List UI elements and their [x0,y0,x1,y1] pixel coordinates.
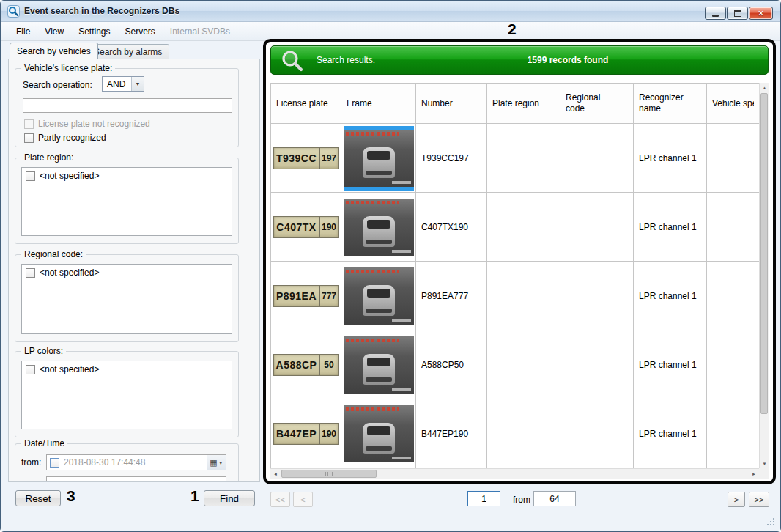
checkbox-row-not-recognized: License plate not recognized [24,119,150,129]
group-datetime: Date/Time from: 2018-08-30 17:44:48 ▦ ▼ [15,443,239,482]
caption-buttons: ✕ [705,7,773,20]
minimize-button[interactable] [705,7,726,20]
recognizer-name-cell: LPR channel 1 [634,193,707,262]
column-header-plate-region[interactable]: Plate region [487,84,560,124]
column-header-license-plate[interactable]: License plate [271,84,341,124]
column-header-frame[interactable]: Frame [341,84,416,124]
plate-region-item-label: <not specified> [40,171,99,181]
list-item[interactable]: <not specified> [22,361,232,377]
table-row[interactable]: P891EA777P891EA777LPR channel 1 [270,262,769,330]
recognizer-name-cell: LPR channel 1 [634,330,707,399]
vehicle-speed-cell [707,262,760,330]
number-cell: T939CC197 [416,124,487,193]
find-button[interactable]: Find [204,490,255,506]
plate-region-cell [487,262,560,330]
table-row[interactable]: A588CP50A588CP50LPR channel 1 [270,330,769,399]
date-from-checkbox[interactable] [50,458,59,468]
lp-colors-item-checkbox[interactable] [26,365,35,374]
recognizer-name-cell: LPR channel 1 [634,124,707,193]
not-recognized-checkbox [24,119,34,129]
app-window: Event search in the Recognizers DBs ✕ Fi… [0,0,781,532]
tab-search-by-alarms[interactable]: Search by alarms [86,44,169,59]
regional-code-item-checkbox[interactable] [26,268,35,278]
annotation-marker-1: 1 [190,487,199,505]
regional-code-cell [560,262,634,330]
column-header-number[interactable]: Number [416,84,487,124]
number-cell-text: A588CP50 [416,360,464,370]
recognizer-name-cell: LPR channel 1 [634,399,707,468]
table-row[interactable]: C407TX190C407TX190LPR channel 1 [270,193,769,262]
scrollbar-corner [759,468,769,479]
horizontal-scrollbar[interactable]: ◄ ► [270,468,759,479]
pagination-last-button[interactable]: >> [749,492,769,507]
license-plate-cell: B447EP190 [271,399,341,468]
license-plate-image: B447EP190 [273,423,339,445]
close-icon: ✕ [758,10,764,18]
date-from-control[interactable]: 2018-08-30 17:44:48 ▦ ▼ [46,454,226,470]
frame-cell [341,124,416,193]
partly-recognized-checkbox[interactable] [24,133,34,143]
horizontal-scrollbar-thumb[interactable] [281,470,377,478]
column-header-regional-code[interactable]: Regional code [560,84,634,124]
table-row[interactable]: B447EP190B447EP190LPR channel 1 [270,399,769,468]
pagination-first-button[interactable]: << [270,492,290,507]
number-cell-text: T939CC197 [416,153,469,163]
results-panel: Search results. 1599 records found Licen… [263,39,776,484]
pagination-next-button[interactable]: > [728,492,745,507]
frame-cell [341,262,416,330]
records-found-badge: 1599 records found [469,46,667,74]
tab-search-by-vehicles[interactable]: Search by vehicles [10,43,98,59]
vehicle-icon [363,216,395,247]
window-title: Event search in the Recognizers DBs [24,1,179,22]
not-recognized-label: License plate not recognized [38,119,150,129]
number-cell-text: P891EA777 [416,291,468,301]
regional-code-cell [560,124,634,193]
camera-frame-image [344,130,414,187]
regional-code-list[interactable]: <not specified> [21,264,232,334]
date-from-calendar-button[interactable]: ▦ ▼ [207,455,226,470]
scroll-down-icon[interactable]: ▼ [760,459,769,468]
license-plate-image: T939CC197 [273,147,339,169]
frame-thumbnail [344,126,414,191]
scroll-left-icon[interactable]: ◄ [270,470,281,479]
page-number-input[interactable] [467,491,500,506]
column-header-label: Regional code [566,92,614,114]
pagination-from-label: from [513,495,530,505]
titlebar: Event search in the Recognizers DBs ✕ [1,1,780,22]
scroll-up-icon[interactable]: ▲ [760,83,769,92]
menu-item-file[interactable]: File [9,22,37,40]
search-icon [280,48,305,73]
scroll-right-icon[interactable]: ► [749,470,759,479]
license-plate-input[interactable] [23,98,232,113]
close-button[interactable]: ✕ [749,7,773,20]
plate-region-list[interactable]: <not specified> [21,167,232,236]
pagination-prev-button[interactable]: < [293,492,313,507]
column-header-label: Frame [347,98,372,108]
menu-item-settings[interactable]: Settings [71,22,117,40]
resize-grip[interactable] [767,518,776,527]
maximize-button[interactable] [727,7,748,20]
vertical-scrollbar[interactable]: ▲ ▼ [759,83,769,468]
annotation-marker-3: 3 [67,487,75,505]
vehicle-icon [363,285,395,316]
menu-item-servers[interactable]: Servers [118,22,163,40]
column-header-recognizer-name[interactable]: Recognizer name [634,84,707,124]
column-header-vehicle-speed[interactable]: Vehicle speed [707,84,760,124]
group-regional-code: Regional code: <not specified> [15,254,239,342]
vertical-scrollbar-thumb[interactable] [760,93,768,414]
reset-button[interactable]: Reset [15,490,61,506]
vehicle-speed-cell [707,124,760,193]
lp-colors-list[interactable]: <not specified> [21,361,232,429]
maximize-icon [734,10,741,17]
minimize-icon [712,15,719,17]
plate-region-item-checkbox[interactable] [26,171,35,181]
list-item[interactable]: <not specified> [22,265,232,281]
list-item[interactable]: <not specified> [22,168,232,184]
group-vehicle-license-plate: Vehicle's license plate: Search operatio… [15,68,239,147]
recognizer-name-cell-text: LPR channel 1 [634,222,697,232]
app-magnifier-icon [7,5,20,18]
table-row[interactable]: T939CC197T939CC197LPR channel 1 [270,124,769,193]
search-operation-select[interactable]: AND ▼ [102,76,144,92]
menu-item-view[interactable]: View [37,22,71,40]
license-plate-cell: C407TX190 [271,193,341,262]
